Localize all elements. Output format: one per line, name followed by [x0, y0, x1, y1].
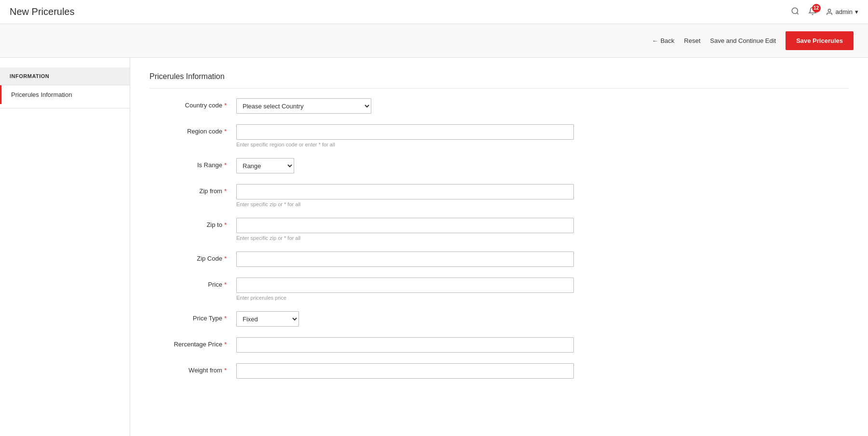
price-type-row: Price Type* Fixed — [149, 311, 849, 327]
save-pricerules-label: Save Pricerules — [796, 37, 843, 44]
region-code-row: Region code* Enter specific region code … — [149, 124, 849, 147]
percentage-price-label: Rercentage Price* — [149, 337, 236, 348]
required-star-zip-to: * — [224, 221, 227, 228]
action-bar: ← Back Reset Save and Continue Edit Save… — [0, 24, 868, 58]
back-arrow-icon: ← — [652, 37, 658, 44]
notification-button[interactable]: 12 — [808, 7, 817, 17]
search-button[interactable] — [791, 7, 800, 17]
price-label: Price* — [149, 277, 236, 288]
required-star-price-type: * — [224, 315, 227, 322]
zip-to-label: Zip to* — [149, 218, 236, 228]
svg-point-0 — [792, 8, 798, 13]
required-star-price: * — [224, 281, 227, 288]
top-bar-right: 12 admin ▾ — [791, 7, 858, 17]
region-code-field: Enter specific region code or enter * fo… — [236, 124, 574, 147]
back-button[interactable]: ← Back — [652, 37, 675, 44]
zip-from-label: Zip from* — [149, 184, 236, 195]
country-code-select-wrap: Please select Country — [236, 98, 574, 114]
weight-from-input[interactable] — [236, 363, 574, 379]
top-bar: New Pricerules 12 admin ▾ — [0, 0, 868, 24]
sidebar-item-label: Pricerules Information — [11, 91, 72, 98]
reset-button[interactable]: Reset — [684, 37, 701, 44]
back-button-label: Back — [661, 37, 675, 44]
region-code-label: Region code* — [149, 124, 236, 135]
zip-from-input[interactable] — [236, 184, 574, 199]
required-star-region: * — [224, 128, 227, 135]
is-range-field: Range — [236, 158, 574, 173]
zip-from-hint: Enter specific zip or * for all — [236, 201, 574, 207]
admin-label: admin — [836, 8, 853, 15]
admin-arrow-icon: ▾ — [855, 8, 858, 15]
required-star-weight-from: * — [224, 367, 227, 374]
zip-code-label: Zip Code* — [149, 251, 236, 262]
price-type-select-wrap: Fixed — [236, 311, 574, 327]
weight-from-label: Weight from* — [149, 363, 236, 374]
zip-code-input[interactable] — [236, 251, 574, 267]
percentage-price-row: Rercentage Price* — [149, 337, 849, 353]
weight-from-field — [236, 363, 574, 379]
price-type-label: Price Type* — [149, 311, 236, 322]
zip-code-row: Zip Code* — [149, 251, 849, 267]
zip-to-field: Enter specific zip or * for all — [236, 218, 574, 241]
svg-line-1 — [797, 13, 798, 14]
price-hint: Enter pricerules price — [236, 295, 574, 301]
region-code-input[interactable] — [236, 124, 574, 140]
required-star: * — [224, 102, 227, 109]
country-code-label: Country code* — [149, 98, 236, 109]
notification-badge: 12 — [812, 4, 821, 13]
price-type-field: Fixed — [236, 311, 574, 327]
save-pricerules-button[interactable]: Save Pricerules — [786, 31, 854, 50]
percentage-price-input[interactable] — [236, 337, 574, 353]
page-title: New Pricerules — [10, 6, 74, 17]
price-type-select[interactable]: Fixed — [236, 311, 299, 327]
search-icon — [791, 7, 800, 15]
admin-menu-button[interactable]: admin ▾ — [826, 8, 858, 16]
is-range-select-wrap: Range — [236, 158, 574, 173]
required-star-zip-code: * — [224, 255, 227, 262]
country-code-field: Please select Country — [236, 98, 574, 114]
country-code-select[interactable]: Please select Country — [236, 98, 371, 114]
reset-label: Reset — [684, 37, 701, 44]
main-layout: INFORMATION Pricerules Information Price… — [0, 58, 868, 436]
form-section-title: Pricerules Information — [149, 72, 849, 89]
sidebar-divider — [0, 108, 130, 108]
zip-to-input[interactable] — [236, 218, 574, 233]
price-field: Enter pricerules price — [236, 277, 574, 301]
price-row: Price* Enter pricerules price — [149, 277, 849, 301]
zip-to-hint: Enter specific zip or * for all — [236, 235, 574, 241]
required-star-zip-from: * — [224, 187, 227, 195]
zip-from-field: Enter specific zip or * for all — [236, 184, 574, 207]
zip-code-field — [236, 251, 574, 267]
zip-from-row: Zip from* Enter specific zip or * for al… — [149, 184, 849, 207]
content-area: Pricerules Information Country code* Ple… — [130, 58, 868, 436]
save-continue-label: Save and Continue Edit — [710, 37, 776, 44]
user-icon — [826, 8, 833, 16]
percentage-price-field — [236, 337, 574, 353]
svg-point-2 — [828, 9, 830, 12]
is-range-select[interactable]: Range — [236, 158, 294, 173]
required-star-range: * — [224, 161, 227, 169]
save-continue-button[interactable]: Save and Continue Edit — [710, 37, 776, 44]
weight-from-row: Weight from* — [149, 363, 849, 379]
sidebar-item-pricerules-information[interactable]: Pricerules Information — [0, 85, 130, 104]
required-star-percentage: * — [224, 341, 227, 348]
zip-to-row: Zip to* Enter specific zip or * for all — [149, 218, 849, 241]
is-range-row: Is Range* Range — [149, 158, 849, 173]
region-code-hint: Enter specific region code or enter * fo… — [236, 142, 574, 147]
country-code-row: Country code* Please select Country — [149, 98, 849, 114]
sidebar: INFORMATION Pricerules Information — [0, 58, 130, 436]
is-range-label: Is Range* — [149, 158, 236, 169]
sidebar-section-title: INFORMATION — [0, 67, 130, 85]
price-input[interactable] — [236, 277, 574, 293]
